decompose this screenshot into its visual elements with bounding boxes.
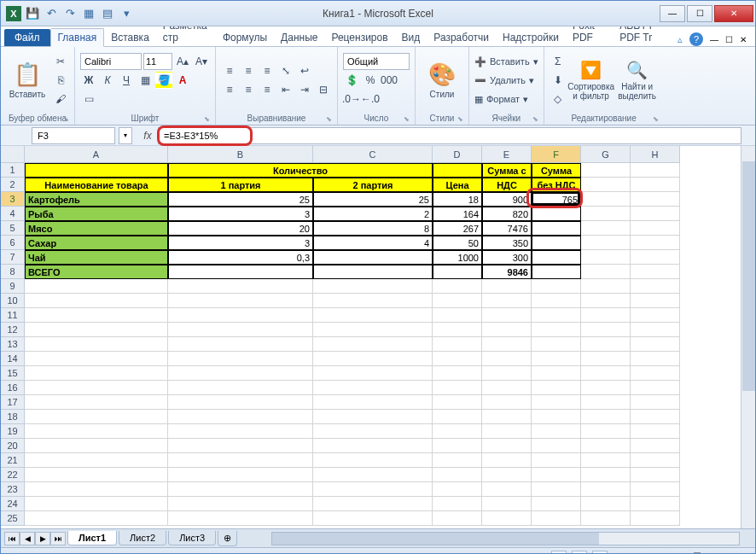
row-header-16[interactable]: 16	[1, 381, 25, 395]
cell[interactable]: 2	[313, 207, 433, 221]
row-header-23[interactable]: 23	[1, 482, 25, 497]
tab-data[interactable]: Данные	[274, 29, 324, 46]
cell[interactable]: Сахар	[25, 236, 168, 250]
normal-view-button[interactable]	[551, 551, 567, 555]
styles-button[interactable]: 🎨 Стили	[421, 49, 463, 112]
cell[interactable]	[25, 395, 168, 410]
cell[interactable]	[581, 294, 631, 308]
cell[interactable]	[482, 439, 532, 453]
cell[interactable]	[581, 221, 631, 236]
cell[interactable]	[433, 468, 482, 482]
cell[interactable]: 3	[168, 236, 313, 250]
qat-icon-2[interactable]: ▤	[100, 6, 115, 21]
cell[interactable]	[313, 265, 433, 279]
merge-button[interactable]: ⊟	[315, 81, 332, 98]
redo-icon[interactable]: ↷	[62, 6, 78, 21]
cell[interactable]	[581, 323, 631, 337]
sheet-nav-next[interactable]: ▶	[35, 532, 50, 545]
cell[interactable]: 820	[482, 207, 532, 221]
cell[interactable]	[581, 453, 631, 468]
cell[interactable]	[168, 294, 313, 308]
cell[interactable]	[168, 497, 313, 511]
row-header-7[interactable]: 7	[1, 250, 25, 265]
cell[interactable]	[25, 511, 168, 526]
row-header-9[interactable]: 9	[1, 279, 25, 294]
cell[interactable]: 25	[168, 192, 313, 207]
align-left-button[interactable]: ≡	[221, 81, 238, 98]
cell[interactable]	[313, 308, 433, 323]
cell[interactable]	[631, 439, 680, 453]
vertical-scrollbar-thumb[interactable]	[742, 161, 755, 391]
row-header-3[interactable]: 3	[1, 192, 25, 207]
cell[interactable]	[482, 482, 532, 497]
cell[interactable]	[581, 279, 631, 294]
cell[interactable]	[532, 221, 581, 236]
undo-icon[interactable]: ↶	[44, 6, 59, 21]
row-header-11[interactable]: 11	[1, 308, 25, 323]
new-sheet-button[interactable]: ⊕	[218, 531, 237, 546]
cell[interactable]: НДС	[482, 178, 532, 192]
cell[interactable]: 900	[482, 192, 532, 207]
cell[interactable]	[581, 265, 631, 279]
formula-input[interactable]: =E3-E3*15%	[158, 127, 741, 144]
cell[interactable]	[532, 482, 581, 497]
underline-button[interactable]: Ч	[118, 72, 135, 89]
cell[interactable]	[168, 482, 313, 497]
cell[interactable]: Рыба	[25, 207, 168, 221]
row-header-10[interactable]: 10	[1, 294, 25, 308]
column-header-G[interactable]: G	[581, 146, 631, 163]
bold-button[interactable]: Ж	[80, 72, 97, 89]
cell[interactable]	[581, 410, 631, 424]
cell[interactable]	[482, 337, 532, 352]
close-button[interactable]: ✕	[714, 5, 753, 22]
cell[interactable]	[631, 221, 680, 236]
vertical-scrollbar[interactable]	[741, 146, 755, 528]
find-select-button[interactable]: 🔍 Найти и выделить	[616, 49, 659, 112]
cell[interactable]	[631, 250, 680, 265]
align-bottom-button[interactable]: ≡	[259, 62, 276, 79]
cell[interactable]: 18	[433, 192, 482, 207]
border-button[interactable]: ▦	[137, 72, 154, 89]
cell[interactable]	[313, 395, 433, 410]
sheet-nav-first[interactable]: ⏮	[4, 532, 20, 545]
cell[interactable]	[581, 482, 631, 497]
cell[interactable]	[482, 468, 532, 482]
cell[interactable]	[482, 424, 532, 439]
cell[interactable]	[433, 294, 482, 308]
cut-button[interactable]: ✂	[52, 53, 69, 70]
cell[interactable]	[631, 279, 680, 294]
cell[interactable]	[168, 453, 313, 468]
cell[interactable]	[532, 279, 581, 294]
row-header-4[interactable]: 4	[1, 207, 25, 221]
phonetic-button[interactable]: ▭	[80, 90, 97, 108]
cell[interactable]	[482, 323, 532, 337]
maximize-button[interactable]: ☐	[687, 5, 712, 22]
tab-addins[interactable]: Надстройки	[496, 29, 566, 46]
cell[interactable]: Количество	[168, 163, 433, 178]
cell[interactable]	[25, 163, 168, 178]
cell[interactable]: 9846	[482, 265, 532, 279]
fill-color-button[interactable]: 🪣	[155, 72, 172, 89]
row-header-24[interactable]: 24	[1, 497, 25, 511]
cell[interactable]	[581, 395, 631, 410]
copy-button[interactable]: ⎘	[52, 72, 69, 89]
cell[interactable]	[581, 439, 631, 453]
page-break-view-button[interactable]	[592, 551, 608, 555]
row-header-2[interactable]: 2	[1, 178, 25, 192]
window-restore-icon[interactable]: ☐	[725, 35, 733, 44]
insert-function-button[interactable]: fx	[137, 127, 158, 144]
cell[interactable]	[168, 308, 313, 323]
cell[interactable]	[25, 337, 168, 352]
cell[interactable]	[433, 439, 482, 453]
select-all-corner[interactable]	[1, 146, 25, 163]
sheet-nav-last[interactable]: ⏭	[50, 532, 66, 545]
cell[interactable]	[168, 439, 313, 453]
cell[interactable]	[433, 366, 482, 381]
cell[interactable]	[168, 337, 313, 352]
cell[interactable]	[168, 395, 313, 410]
align-middle-button[interactable]: ≡	[240, 62, 257, 79]
sheet-nav-prev[interactable]: ◀	[20, 532, 35, 545]
cell[interactable]	[168, 279, 313, 294]
cell[interactable]	[168, 410, 313, 424]
cell[interactable]	[313, 323, 433, 337]
